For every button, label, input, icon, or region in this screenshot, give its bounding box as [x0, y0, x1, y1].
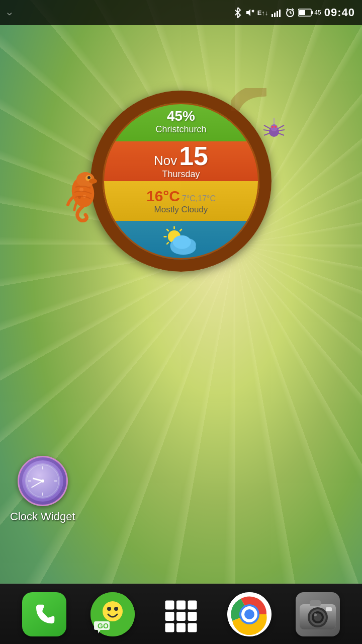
svg-line-45 [278, 133, 284, 135]
svg-line-22 [167, 243, 168, 244]
clock-widget-label: Clock Widget [10, 510, 75, 523]
svg-point-53 [41, 479, 44, 482]
status-left-icons: ⌵ [7, 9, 12, 17]
sun-cloud-icon [158, 223, 204, 259]
bottom-dock: GO [0, 584, 362, 644]
date-section: Nov 15 Thursday [102, 141, 260, 181]
phone-icon[interactable] [22, 592, 66, 636]
battery-icon: 45 [298, 9, 321, 17]
day-number-display: 15 [179, 143, 208, 169]
svg-rect-74 [310, 600, 321, 606]
svg-rect-13 [299, 10, 305, 15]
dock-item-phone[interactable] [17, 589, 72, 639]
chrome-icon[interactable] [227, 592, 272, 636]
svg-line-42 [264, 133, 270, 135]
svg-line-19 [167, 229, 168, 231]
svg-rect-80 [326, 607, 332, 611]
camera-svg [296, 592, 340, 636]
status-right-icons: E↑↓ 45 09:40 [233, 6, 355, 19]
clock-app-icon[interactable] [18, 456, 68, 506]
clock-icon-inner [22, 460, 63, 502]
clock-widget-app[interactable]: Clock Widget [10, 456, 75, 523]
temp-range-display: 7°C,17°C [182, 194, 216, 203]
battery-bar [298, 9, 313, 17]
svg-rect-62 [165, 612, 174, 621]
camera-icon[interactable] [296, 592, 340, 636]
signal-icon [271, 8, 282, 17]
weather-description: Mostly Cloudy [154, 205, 208, 215]
usb-icon: ⌵ [7, 9, 12, 17]
temperature-section: 16°C 7°C,17°C Mostly Cloudy [102, 181, 260, 221]
city-display: Christchurch [155, 124, 206, 135]
ring-progress-gap [231, 88, 266, 111]
svg-point-39 [275, 126, 277, 128]
svg-rect-12 [311, 11, 313, 14]
weather-clock-widget[interactable]: 45% Christchurch Nov 15 Thursday 16°C 7°… [90, 91, 272, 272]
svg-rect-65 [165, 623, 174, 632]
battery-percent: 45 [314, 9, 321, 16]
data-e-icon: E↑↓ [257, 10, 268, 16]
alarm-icon [285, 8, 295, 18]
dock-item-app-drawer[interactable] [153, 589, 209, 639]
status-time: 09:40 [324, 6, 355, 19]
svg-point-57 [114, 607, 118, 611]
svg-rect-66 [176, 623, 186, 632]
svg-rect-60 [176, 600, 186, 609]
svg-point-55 [103, 601, 123, 621]
widget-inner-circle: 45% Christchurch Nov 15 Thursday 16°C 7°… [102, 102, 260, 261]
clock-face [25, 463, 60, 499]
app-drawer-icon[interactable] [159, 592, 203, 636]
weekday-display: Thursday [162, 169, 200, 180]
svg-point-37 [270, 124, 278, 131]
spider-decoration [261, 118, 282, 143]
svg-rect-63 [176, 612, 186, 621]
svg-point-30 [87, 176, 90, 179]
svg-rect-61 [188, 600, 197, 609]
status-bar: ⌵ E↑↓ [0, 0, 362, 25]
chameleon-decoration [60, 157, 106, 217]
battery-percent-display: 45% [167, 108, 195, 124]
svg-point-38 [272, 126, 274, 128]
svg-line-21 [180, 229, 182, 231]
dock-item-chrome[interactable] [222, 589, 277, 639]
gosms-icon[interactable]: GO [90, 592, 135, 636]
svg-point-26 [173, 235, 191, 249]
svg-point-31 [89, 179, 97, 184]
svg-rect-4 [277, 11, 278, 17]
dock-item-gosms[interactable]: GO [85, 589, 140, 639]
temperature-line: 16°C 7°C,17°C [146, 188, 216, 205]
weather-info: 16°C 7°C,17°C Mostly Cloudy [146, 188, 216, 215]
svg-rect-67 [188, 623, 197, 632]
bluetooth-icon [233, 7, 242, 18]
svg-rect-2 [272, 14, 273, 17]
svg-point-71 [244, 609, 254, 619]
svg-point-79 [314, 613, 317, 616]
temp-main-display: 16°C [146, 188, 180, 205]
svg-line-52 [32, 481, 43, 488]
chrome-svg [227, 592, 272, 636]
svg-rect-3 [274, 13, 276, 17]
dock-item-camera[interactable] [290, 589, 345, 639]
phone-svg [31, 600, 58, 628]
clock-face-svg [25, 463, 60, 499]
svg-text:GO: GO [98, 622, 109, 630]
date-row: Nov 15 [154, 143, 208, 169]
drawer-grid-svg [163, 596, 199, 636]
svg-rect-59 [165, 600, 174, 609]
month-display: Nov [154, 153, 177, 169]
svg-line-40 [264, 125, 270, 129]
weather-icon-container [102, 221, 260, 261]
no-sound-icon [245, 8, 254, 18]
svg-line-43 [278, 125, 284, 129]
weather-icon-section [102, 221, 260, 261]
gosms-svg: GO [90, 592, 135, 636]
svg-point-56 [107, 607, 111, 611]
svg-rect-64 [188, 612, 197, 621]
svg-rect-5 [279, 10, 281, 17]
